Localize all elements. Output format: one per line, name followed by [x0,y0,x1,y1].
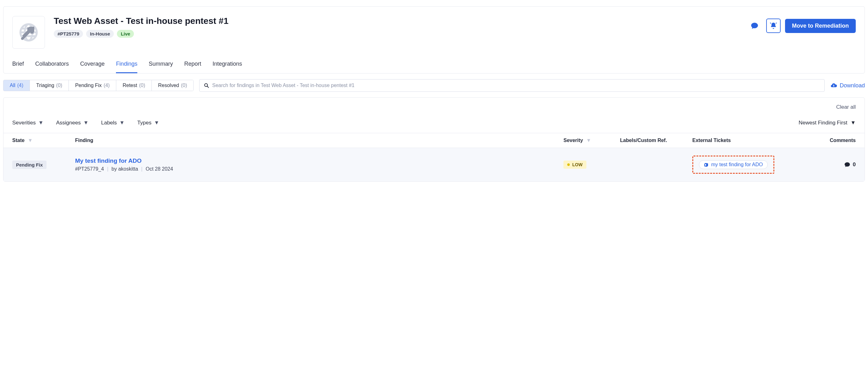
comment-icon [844,161,850,168]
status-filter-segmented: All (4) Triaging (0) Pending Fix (4) Ret… [3,80,194,91]
search-input[interactable] [212,83,820,88]
external-ticket-link[interactable]: my test finding for ADO [699,160,768,169]
svg-line-7 [207,86,209,88]
table-row[interactable]: Pending Fix My test finding for ADO #PT2… [3,148,865,181]
filter-all-label: All [10,83,16,88]
tab-report[interactable]: Report [184,61,201,73]
filter-resolved-label: Resolved [158,83,179,88]
severity-dot-icon [567,163,570,166]
chat-bubble-icon [750,22,758,30]
labels-label: Labels [101,120,117,126]
filter-all-count: (4) [17,83,24,88]
filter-retest-count: (0) [139,83,145,88]
filter-resolved[interactable]: Resolved (0) [152,80,193,91]
page-title: Test Web Asset - Test in-house pentest #… [54,16,739,26]
filter-all[interactable]: All (4) [3,80,30,91]
tab-findings[interactable]: Findings [116,61,137,73]
assignees-dropdown[interactable]: Assignees ▼ [56,120,88,126]
assignees-label: Assignees [56,120,81,126]
filter-retest-label: Retest [123,83,137,88]
clear-all-link[interactable]: Clear all [836,104,856,110]
filter-triaging-label: Triaging [36,83,54,88]
finding-author: akoskitta [118,166,138,172]
chat-button[interactable] [747,19,762,33]
caret-down-icon: ▼ [154,120,159,126]
scope-badge: In-House [86,30,114,38]
tab-collaborators[interactable]: Collaborators [35,61,69,73]
col-comments: Comments [812,137,856,143]
pentest-header-card: Test Web Asset - Test in-house pentest #… [3,6,865,73]
caret-down-icon: ▼ [38,120,44,126]
finding-id: #PT25779_4 [75,166,104,172]
severity-badge: LOW [563,160,586,169]
finding-meta: #PT25779_4 | by akoskitta | Oct 28 2024 [75,166,563,172]
col-finding: Finding [75,137,563,143]
findings-list-card: Clear all Severities ▼ Assignees ▼ Label… [3,97,865,182]
labels-dropdown[interactable]: Labels ▼ [101,120,125,126]
finding-date: Oct 28 2024 [146,166,173,172]
col-labels: Labels/Custom Ref. [620,137,692,143]
cloud-download-icon [830,82,837,89]
severities-dropdown[interactable]: Severities ▼ [12,120,43,126]
filter-retest[interactable]: Retest (0) [116,80,152,91]
comments-cell[interactable]: 0 [812,161,856,168]
tab-brief[interactable]: Brief [12,61,24,73]
globe-arrow-icon [19,22,39,42]
col-severity[interactable]: Severity ▼ [563,137,620,143]
tab-coverage[interactable]: Coverage [80,61,105,73]
azure-devops-icon [704,162,709,167]
filter-pendingfix-label: Pending Fix [75,83,102,88]
search-icon [204,83,209,88]
severities-label: Severities [12,120,36,126]
caret-down-icon: ▼ [850,120,856,126]
col-state[interactable]: State ▼ [12,137,75,143]
pentest-id-badge: #PT25779 [54,30,83,38]
tab-summary[interactable]: Summary [149,61,173,73]
search-field-wrap[interactable] [199,79,825,92]
asset-logo [12,16,45,49]
external-ticket-highlight: my test finding for ADO [692,156,774,174]
caret-down-icon: ▼ [83,120,89,126]
table-header: State ▼ Finding Severity ▼ Labels/Custom… [3,133,865,148]
move-to-remediation-button[interactable]: Move to Remediation [785,19,856,33]
filter-triaging-count: (0) [56,83,63,88]
bell-icon [770,22,777,30]
sort-caret-icon: ▼ [586,137,591,143]
filter-resolved-count: (0) [181,83,187,88]
sort-caret-icon: ▼ [28,137,33,143]
col-tickets: External Tickets [692,137,812,143]
status-badge: Live [117,30,134,38]
finding-title-link[interactable]: My test finding for ADO [75,157,563,164]
types-label: Types [137,120,152,126]
download-link[interactable]: Download [830,82,865,89]
sort-dropdown[interactable]: Newest Finding First ▼ [799,120,856,126]
caret-down-icon: ▼ [119,120,125,126]
state-badge: Pending Fix [12,160,46,169]
nav-tabs: Brief Collaborators Coverage Findings Su… [12,61,856,73]
filter-triaging[interactable]: Triaging (0) [30,80,69,91]
types-dropdown[interactable]: Types ▼ [137,120,159,126]
notifications-button[interactable] [766,19,781,33]
external-ticket-label: my test finding for ADO [711,162,763,167]
filter-pending-fix[interactable]: Pending Fix (4) [69,80,116,91]
download-label: Download [840,82,865,89]
tab-integrations[interactable]: Integrations [212,61,242,73]
sort-label: Newest Finding First [799,120,847,126]
filter-pendingfix-count: (4) [104,83,110,88]
comments-count: 0 [853,161,856,168]
